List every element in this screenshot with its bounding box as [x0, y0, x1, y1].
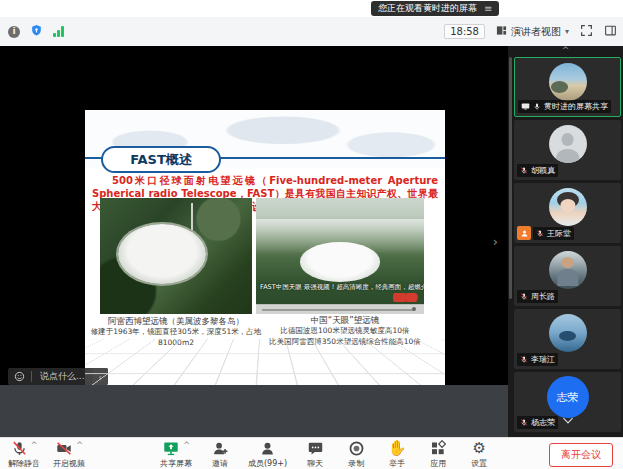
titlebar: i 18:58 演讲者视图 ▾	[0, 17, 623, 47]
members-icon	[259, 440, 276, 457]
participant-tile[interactable]: 胡颖真	[514, 120, 621, 180]
notification-strip: 您正在观看黄时进的屏幕 ≡	[0, 0, 623, 17]
telescope-dish-shape	[300, 242, 381, 281]
participant-name-label: 周长路	[517, 290, 558, 303]
emoji-icon[interactable]	[8, 371, 32, 382]
view-mode-switch[interactable]: 演讲者视图 ▾	[496, 25, 569, 39]
camera-off-icon	[55, 440, 73, 457]
mic-muted-icon	[11, 440, 28, 457]
share-screen-icon	[162, 440, 180, 457]
participant-tile-screen-share[interactable]: 黄时进的屏幕共享	[514, 57, 621, 117]
raise-hand-button[interactable]: ✋ 举手	[384, 440, 410, 469]
gear-icon: ⚙	[472, 440, 485, 456]
mic-muted-icon	[520, 418, 528, 427]
avatar	[549, 125, 587, 163]
fullscreen-icon[interactable]	[580, 22, 593, 41]
avatar	[549, 251, 587, 289]
quick-chat-bar[interactable]: 说点什么... ‹	[8, 368, 108, 385]
meeting-info-icon[interactable]: i	[8, 26, 20, 38]
participant-tile[interactable]: 王际堂	[514, 183, 621, 243]
share-screen-button[interactable]: ^ 共享屏幕	[160, 440, 192, 469]
participants-sidebar: ^ 黄时进的屏幕共享 胡颖真	[508, 46, 623, 437]
meeting-window: 您正在观看黄时进的屏幕 ≡ i 18:58 演讲者视图 ▾	[0, 0, 623, 469]
sidebar-toggle-icon[interactable]	[604, 22, 617, 41]
slide-title: FAST概述	[101, 146, 221, 173]
presentation-slide: FAST概述 500米口径球面射电望远镜（Five-hundred-meter …	[85, 110, 445, 385]
mic-muted-icon	[520, 166, 528, 175]
host-badge-icon	[517, 226, 531, 240]
chat-button[interactable]: 聊天	[302, 440, 328, 469]
meeting-time: 18:58	[444, 24, 485, 39]
security-shield-icon[interactable]	[30, 22, 43, 41]
banner-menu-icon[interactable]: ≡	[484, 3, 492, 14]
watching-screen-text: 您正在观看黄时进的屏幕	[378, 2, 477, 15]
avatar-initials: 志荣	[557, 390, 579, 405]
raise-hand-icon: ✋	[388, 440, 407, 456]
arecibo-telescope-image	[100, 198, 252, 314]
chevron-down-icon: ▾	[565, 27, 569, 36]
apps-button[interactable]: 应用	[425, 440, 451, 469]
chevron-up-icon[interactable]: ^	[183, 441, 190, 450]
quick-chat-input[interactable]: 说点什么...	[32, 370, 93, 383]
chat-icon	[307, 440, 324, 457]
stage-footer-strip	[0, 385, 508, 437]
mic-muted-icon	[536, 229, 544, 238]
chevron-up-icon[interactable]: ^	[31, 441, 38, 450]
participant-name-label: 胡颖真	[517, 164, 558, 177]
participant-tile[interactable]: 李瑞江	[514, 309, 621, 369]
start-video-button[interactable]: ^ 开启视频	[53, 440, 85, 469]
participant-name-label: 黄时进的屏幕共享	[518, 100, 611, 113]
record-button[interactable]: 录制	[343, 440, 369, 469]
collapse-chat-icon[interactable]: ‹	[93, 368, 109, 385]
fast-telescope-video-still: FAST中国天眼 最强视频！超高清晰度，经典画面，超燃介绍	[256, 198, 424, 314]
sidebar-scrollbar[interactable]	[509, 57, 512, 299]
participant-name-label: 王际堂	[533, 227, 574, 240]
invite-icon	[212, 440, 229, 457]
screen-share-icon	[521, 102, 530, 111]
meeting-toolbar: ^ 解除静音 ^ 开启视频 ^ 共享屏幕	[0, 437, 623, 469]
members-button[interactable]: 成员(99+)	[248, 440, 287, 469]
participant-name-label: 李瑞江	[517, 353, 558, 366]
unmute-button[interactable]: ^ 解除静音	[8, 440, 40, 469]
view-mode-label: 演讲者视图	[511, 25, 561, 39]
layout-icon	[496, 25, 507, 38]
mic-muted-icon	[520, 292, 528, 301]
telescope-dish-shape	[118, 224, 206, 284]
record-icon	[348, 440, 365, 457]
mic-on-icon	[533, 102, 541, 111]
participant-tile[interactable]: 志荣 杨志荣	[514, 372, 621, 432]
leave-meeting-button[interactable]: 离开会议	[549, 443, 613, 467]
chevron-up-icon[interactable]: ^	[76, 441, 83, 450]
avatar: 志荣	[547, 376, 589, 418]
avatar	[549, 314, 587, 352]
apps-icon	[430, 440, 446, 457]
avatar	[549, 188, 587, 226]
participant-name-label: 杨志荣	[517, 416, 558, 429]
watching-screen-banner: 您正在观看黄时进的屏幕 ≡	[371, 1, 499, 16]
avatar	[549, 63, 587, 101]
shared-screen-stage: FAST概述 500米口径球面射电望远镜（Five-hundred-meter …	[0, 46, 508, 385]
settings-button[interactable]: ⚙ 设置	[466, 440, 492, 469]
panel-expand-icon[interactable]: ›	[493, 234, 498, 249]
mic-muted-icon	[520, 355, 528, 364]
red-watermark	[393, 293, 419, 302]
slide-floor-grid	[85, 339, 445, 385]
video-overlay-text: FAST中国天眼 最强视频！超高清晰度，经典画面，超燃介绍	[260, 283, 424, 292]
video-progress-bar	[256, 304, 424, 314]
invite-button[interactable]: 邀请	[207, 440, 233, 469]
participant-tile[interactable]: 周长路	[514, 246, 621, 306]
network-quality-icon[interactable]	[53, 26, 64, 37]
collapse-panel-icon[interactable]: ^	[508, 46, 623, 57]
